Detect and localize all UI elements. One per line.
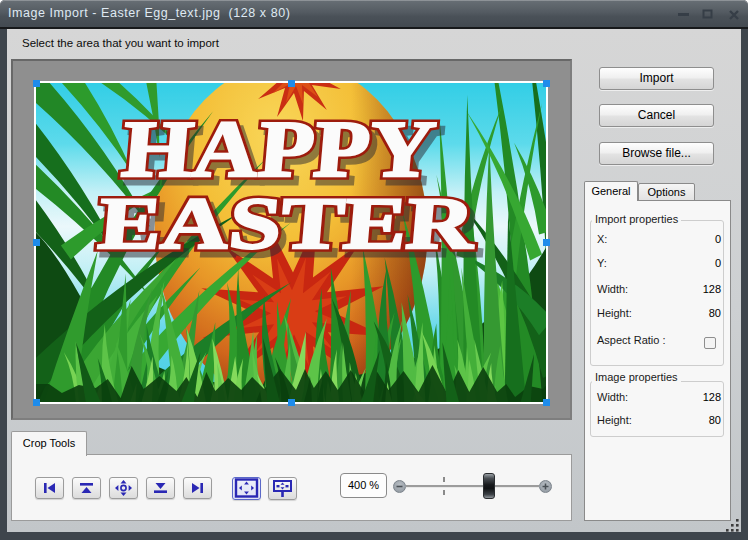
- svg-text:HAPPY: HAPPY: [119, 104, 440, 193]
- svg-text:EASTER: EASTER: [95, 183, 479, 265]
